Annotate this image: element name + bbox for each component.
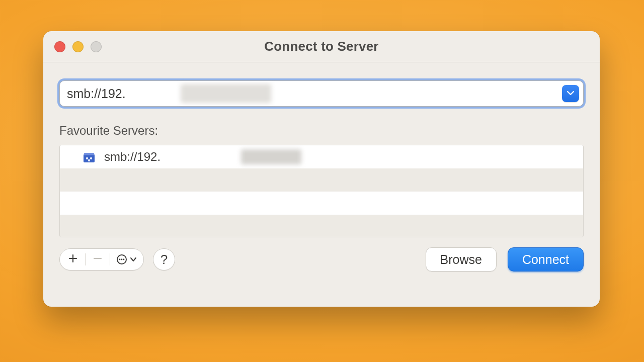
window-content: Favourite Servers: smb://192. [43,62,600,307]
svg-point-4 [119,259,121,260]
connect-button-label: Connect [522,252,569,267]
list-row-empty [60,215,583,237]
titlebar: Connect to Server [43,31,600,62]
network-share-icon [82,150,96,164]
connect-button[interactable]: Connect [508,247,584,272]
plus-icon [68,253,78,265]
browse-button-label: Browse [440,252,482,267]
favourites-actions-menu-button[interactable] [116,251,136,267]
favourites-edit-segment [59,248,144,270]
svg-point-2 [88,159,90,161]
address-history-dropdown-button[interactable] [562,85,579,102]
minimize-window-button[interactable] [72,41,84,52]
favourite-servers-label: Favourite Servers: [59,124,584,138]
chevron-down-icon [567,89,575,98]
favourite-server-item[interactable]: smb://192. [60,145,583,168]
traffic-lights [54,31,102,62]
segment-separator [110,253,110,265]
server-address-input[interactable] [60,86,562,101]
dialog-footer: ? Browse Connect [59,247,584,272]
browse-button[interactable]: Browse [426,247,497,272]
add-favourite-button[interactable] [67,251,79,267]
close-window-button[interactable] [54,41,65,52]
favourite-server-text: smb://192. [104,150,160,164]
redaction-overlay [241,149,301,164]
minus-icon [93,253,103,265]
segment-separator [85,253,86,265]
svg-point-6 [123,259,125,260]
svg-point-0 [86,157,88,159]
favourite-servers-list[interactable]: smb://192. [59,145,584,237]
zoom-window-button[interactable] [91,41,102,52]
svg-point-1 [90,157,92,159]
window-title: Connect to Server [43,39,600,54]
question-mark-icon: ? [160,252,168,267]
server-address-field[interactable] [59,80,584,107]
ellipsis-circle-icon [116,254,127,265]
list-row-empty [60,192,583,215]
chevron-down-icon [130,255,136,264]
desktop-background: Connect to Server Favourite Servers: [0,0,644,362]
svg-point-5 [121,259,123,260]
help-button[interactable]: ? [153,248,175,270]
connect-to-server-window: Connect to Server Favourite Servers: [43,31,600,307]
remove-favourite-button[interactable] [92,251,104,267]
list-row-empty [60,168,583,192]
